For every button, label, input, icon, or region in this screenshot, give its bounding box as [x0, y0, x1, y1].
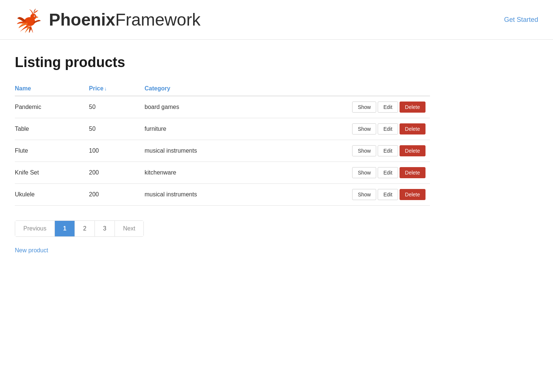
table-header: Name Price↓ Category	[15, 82, 430, 96]
cell-actions: Show Edit Delete	[256, 184, 430, 206]
pagination-page-3[interactable]: 3	[95, 221, 115, 236]
show-button[interactable]: Show	[352, 167, 376, 178]
cell-price: 50	[89, 118, 145, 140]
new-product-link[interactable]: New product	[15, 247, 48, 254]
cell-price: 200	[89, 184, 145, 206]
edit-button[interactable]: Edit	[378, 189, 398, 200]
cell-name: Pandemic	[15, 96, 89, 118]
cell-actions: Show Edit Delete	[256, 96, 430, 118]
pagination-previous[interactable]: Previous	[15, 221, 55, 236]
column-header-category[interactable]: Category	[145, 82, 256, 96]
delete-button[interactable]: Delete	[400, 102, 425, 113]
pagination-page-2[interactable]: 2	[75, 221, 95, 236]
table-row: Table 50 furniture Show Edit Delete	[15, 118, 430, 140]
cell-name: Ukulele	[15, 184, 89, 206]
cell-category: kitchenware	[145, 162, 256, 184]
cell-category: furniture	[145, 118, 256, 140]
products-table: Name Price↓ Category Pandemic 50 board g…	[15, 82, 430, 206]
svg-marker-2	[36, 16, 39, 18]
edit-button[interactable]: Edit	[378, 102, 398, 113]
cell-actions: Show Edit Delete	[256, 140, 430, 162]
show-button[interactable]: Show	[352, 102, 376, 113]
cell-actions: Show Edit Delete	[256, 162, 430, 184]
cell-name: Flute	[15, 140, 89, 162]
delete-button[interactable]: Delete	[400, 189, 425, 200]
pagination: Previous 1 2 3 Next	[15, 220, 144, 237]
page-title: Listing products	[15, 54, 430, 70]
sort-arrow-icon: ↓	[104, 86, 107, 92]
cell-name: Table	[15, 118, 89, 140]
table-row: Flute 100 musical instruments Show Edit …	[15, 140, 430, 162]
cell-actions: Show Edit Delete	[256, 118, 430, 140]
delete-button[interactable]: Delete	[400, 123, 425, 134]
cell-category: musical instruments	[145, 184, 256, 206]
cell-name: Knife Set	[15, 162, 89, 184]
table-body: Pandemic 50 board games Show Edit Delete…	[15, 96, 430, 206]
edit-button[interactable]: Edit	[378, 145, 398, 156]
cell-category: musical instruments	[145, 140, 256, 162]
edit-button[interactable]: Edit	[378, 123, 398, 134]
svg-point-4	[34, 16, 35, 17]
table-row: Pandemic 50 board games Show Edit Delete	[15, 96, 430, 118]
title-framework: Framework	[115, 10, 201, 30]
show-button[interactable]: Show	[352, 189, 376, 200]
column-header-actions	[256, 82, 430, 96]
get-started-link[interactable]: Get Started	[504, 16, 538, 24]
table-row: Knife Set 200 kitchenware Show Edit Dele…	[15, 162, 430, 184]
main-content: Listing products Name Price↓ Category Pa…	[0, 40, 445, 269]
table-row: Ukulele 200 musical instruments Show Edi…	[15, 184, 430, 206]
column-header-name[interactable]: Name	[15, 82, 89, 96]
cell-price: 100	[89, 140, 145, 162]
pagination-next[interactable]: Next	[115, 221, 143, 236]
cell-category: board games	[145, 96, 256, 118]
edit-button[interactable]: Edit	[378, 167, 398, 178]
show-button[interactable]: Show	[352, 145, 376, 156]
show-button[interactable]: Show	[352, 123, 376, 134]
pagination-page-1[interactable]: 1	[55, 221, 75, 236]
column-header-price[interactable]: Price↓	[89, 82, 145, 96]
cell-price: 200	[89, 162, 145, 184]
delete-button[interactable]: Delete	[400, 145, 425, 156]
site-title: Phoenix Framework	[49, 10, 201, 30]
delete-button[interactable]: Delete	[400, 167, 425, 178]
svg-point-1	[30, 14, 36, 20]
title-phoenix: Phoenix	[49, 10, 115, 30]
site-header: Phoenix Framework Get Started	[0, 0, 553, 40]
logo-area: Phoenix Framework	[15, 7, 201, 33]
phoenix-logo-icon	[15, 7, 44, 33]
cell-price: 50	[89, 96, 145, 118]
